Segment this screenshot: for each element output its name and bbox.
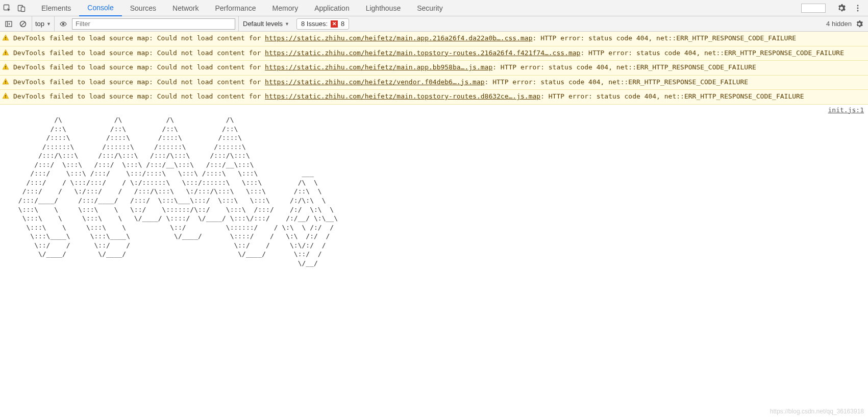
svg-rect-2 [21, 7, 25, 11]
warning-pre: DevTools failed to load source map: Coul… [13, 63, 265, 71]
svg-point-10 [62, 23, 64, 25]
svg-rect-16 [5, 68, 6, 68]
console-warning-row: DevTools failed to load source map: Coul… [0, 61, 868, 76]
console-warnings: DevTools failed to load source map: Coul… [0, 32, 868, 105]
context-label: top [35, 20, 44, 28]
svg-rect-19 [5, 95, 6, 97]
tab-performance[interactable]: Performance [207, 0, 264, 16]
svg-point-5 [857, 10, 859, 11]
warning-post: : HTTP error: status code 404, net::ERR_… [532, 34, 796, 42]
console-log-row: init.js:1 [0, 105, 868, 116]
clear-console-icon[interactable] [17, 18, 29, 30]
error-badge-icon: ✕ [331, 20, 338, 28]
toolbar-right: 4 hidden [826, 18, 865, 30]
console-warning-row: DevTools failed to load source map: Coul… [0, 76, 868, 90]
console-warning-row: DevTools failed to load source map: Coul… [0, 46, 868, 61]
toggle-device-icon[interactable] [14, 1, 29, 15]
tab-memory[interactable]: Memory [264, 0, 307, 16]
warning-message: DevTools failed to load source map: Coul… [13, 77, 864, 87]
warning-post: : HTTP error: status code 404, net::ERR_… [580, 49, 844, 57]
warning-url-link[interactable]: https://static.zhihu.com/heifetz/vendor.… [265, 78, 484, 86]
tabs-container: Elements Console Sources Network Perform… [33, 0, 451, 16]
chevron-down-icon: ▼ [46, 21, 51, 27]
warning-post: : HTTP error: status code 404, net::ERR_… [540, 92, 804, 100]
console-warning-row: DevTools failed to load source map: Coul… [0, 90, 868, 105]
issues-button[interactable]: 8 Issues: ✕ 8 [296, 18, 349, 30]
tab-console[interactable]: Console [79, 0, 121, 16]
svg-rect-17 [5, 81, 6, 83]
svg-rect-20 [5, 97, 6, 97]
warning-url-link[interactable]: https://static.zhihu.com/heifetz/main.ap… [265, 63, 492, 71]
svg-rect-15 [5, 66, 6, 68]
warning-pre: DevTools failed to load source map: Coul… [13, 49, 265, 57]
context-selector[interactable]: top ▼ [32, 16, 55, 31]
svg-point-3 [857, 5, 859, 6]
svg-rect-12 [5, 39, 6, 39]
live-expression-icon[interactable] [58, 18, 69, 30]
warning-icon [2, 34, 10, 44]
issues-count: 8 [341, 20, 344, 28]
warning-url-link[interactable]: https://static.zhihu.com/heifetz/main.to… [265, 92, 540, 100]
warning-icon [2, 78, 10, 88]
svg-rect-13 [5, 52, 6, 54]
chevron-down-icon: ▼ [285, 21, 289, 27]
status-box [801, 4, 826, 13]
settings-icon[interactable] [834, 1, 849, 15]
filter-input[interactable] [72, 18, 235, 30]
svg-rect-18 [5, 83, 6, 83]
svg-rect-11 [5, 37, 6, 39]
warning-post: : HTTP error: status code 404, net::ERR_… [492, 63, 756, 71]
warning-pre: DevTools failed to load source map: Coul… [13, 34, 265, 42]
console-warning-row: DevTools failed to load source map: Coul… [0, 32, 868, 46]
warning-url-link[interactable]: https://static.zhihu.com/heifetz/main.ap… [265, 34, 532, 42]
toggle-sidebar-icon[interactable] [3, 18, 14, 30]
warning-pre: DevTools failed to load source map: Coul… [13, 92, 265, 100]
svg-line-9 [21, 22, 25, 26]
issues-label: 8 Issues: [301, 20, 328, 28]
more-icon[interactable] [851, 1, 865, 15]
tab-lighthouse[interactable]: Lighthouse [358, 0, 409, 16]
devtools-tabbar: Elements Console Sources Network Perform… [0, 0, 868, 16]
log-levels-selector[interactable]: Default levels ▼ [238, 16, 293, 31]
inspect-element-icon[interactable] [0, 1, 14, 15]
levels-label: Default levels [243, 20, 283, 28]
tab-security[interactable]: Security [409, 0, 451, 16]
warning-icon [2, 92, 10, 103]
console-settings-icon[interactable] [854, 18, 865, 30]
warning-message: DevTools failed to load source map: Coul… [13, 91, 864, 102]
tab-sources[interactable]: Sources [122, 0, 164, 16]
console-toolbar: top ▼ Default levels ▼ 8 Issues: ✕ 8 4 h… [0, 16, 868, 32]
warning-url-link[interactable]: https://static.zhihu.com/heifetz/main.to… [265, 49, 580, 57]
warning-message: DevTools failed to load source map: Coul… [13, 48, 864, 58]
hidden-count: 4 hidden [826, 20, 852, 28]
tab-network[interactable]: Network [164, 0, 207, 16]
svg-point-4 [857, 7, 859, 9]
warning-icon [2, 63, 10, 73]
warning-message: DevTools failed to load source map: Coul… [13, 33, 864, 43]
svg-rect-14 [5, 54, 6, 54]
warning-message: DevTools failed to load source map: Coul… [13, 62, 864, 72]
source-link[interactable]: init.js:1 [828, 106, 864, 115]
tab-application[interactable]: Application [306, 0, 358, 16]
topbar-right [801, 1, 868, 15]
console-ascii-art: /\ /\ /\ /\ /::\ /::\ /::\ /::\ /::::\ /… [0, 115, 868, 272]
warning-icon [2, 49, 10, 59]
warning-post: : HTTP error: status code 404, net::ERR_… [485, 78, 749, 86]
warning-pre: DevTools failed to load source map: Coul… [13, 78, 265, 86]
tab-elements[interactable]: Elements [33, 0, 79, 16]
